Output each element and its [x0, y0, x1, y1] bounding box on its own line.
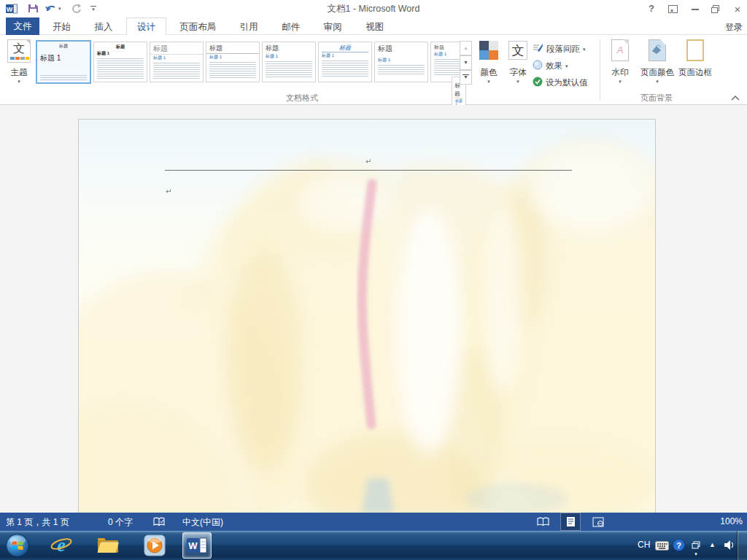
group-label-document-formatting: 文档格式	[258, 93, 346, 104]
body-paragraph-mark[interactable]: ↵	[166, 187, 171, 195]
gallery-scroll-up-icon[interactable]: ▴	[460, 41, 472, 55]
input-language-indicator[interactable]: CH	[638, 540, 650, 550]
style-set-thumbnail[interactable]: 标题 标题 1	[318, 42, 372, 82]
watermark-dropdown-icon: ▾	[604, 79, 636, 84]
group-separator	[600, 39, 600, 101]
themes-icon: 文	[7, 39, 31, 63]
themes-button[interactable]: 文 主题 ▾	[4, 38, 34, 99]
style-set-thumbnail[interactable]: 标题 标题 1	[150, 42, 204, 82]
print-layout-button[interactable]	[560, 513, 581, 531]
watermark-icon: A	[611, 39, 629, 61]
language-bar-dropdown-icon: ▾	[692, 552, 700, 556]
svg-text:W: W	[188, 540, 198, 551]
page-color-icon	[649, 39, 666, 61]
effects-button[interactable]: 效果▾	[533, 59, 568, 72]
language-bar-help-icon[interactable]: ?	[673, 539, 685, 554]
show-desktop-button[interactable]	[737, 531, 747, 560]
word-window: W ▾ ▾ 文档1 - Microsoft Word ? ▴	[0, 0, 747, 560]
restore-button[interactable]	[709, 3, 722, 16]
zoom-level-button[interactable]: 100%	[713, 516, 743, 526]
taskbar: e W CH	[0, 531, 747, 560]
style-set-thumbnail[interactable]: 标题 标题 1	[206, 42, 260, 82]
document-canvas-area: ↵ ↵	[0, 105, 747, 513]
collapse-ribbon-icon[interactable]	[729, 92, 741, 105]
read-mode-button[interactable]	[533, 513, 553, 531]
language-status[interactable]: 中文(中国)	[182, 516, 223, 529]
style-set-thumbnail-current[interactable]: 标题 标题 1	[36, 40, 91, 84]
media-player-icon[interactable]	[140, 532, 169, 559]
tab-view[interactable]: 视图	[355, 18, 394, 36]
header-border-line	[165, 170, 572, 171]
word-taskbar-button[interactable]: W	[182, 532, 212, 559]
header-paragraph-mark: ↵	[365, 158, 371, 166]
svg-text:?: ?	[676, 541, 681, 550]
colors-dropdown-icon: ▾	[474, 79, 503, 84]
gallery-scroll-down-icon[interactable]: ▾	[460, 55, 472, 70]
tab-file[interactable]: 文件	[6, 18, 39, 35]
tab-page-layout[interactable]: 页面布局	[169, 18, 226, 36]
effects-icon	[533, 60, 543, 71]
ribbon: 文 主题 ▾ 标题 标题 1 标题 标题 1 标题 标题 1 标题	[0, 35, 747, 105]
file-explorer-icon[interactable]	[93, 532, 123, 559]
tab-references[interactable]: 引用	[230, 18, 268, 36]
theme-colors-icon	[479, 41, 498, 60]
ribbon-tab-row: 文件 开始 插入 设计 页面布局 引用 邮件 审阅 视图 登录	[0, 18, 747, 35]
page-color-button[interactable]: 页面颜色 ▾	[639, 38, 676, 99]
paragraph-spacing-icon	[533, 43, 543, 55]
page-number-status[interactable]: 第 1 页，共 1 页	[6, 516, 69, 529]
document-page[interactable]: ↵ ↵	[78, 119, 656, 513]
set-as-default-button[interactable]: 设为默认值	[533, 76, 588, 89]
close-button[interactable]: ×	[731, 3, 744, 15]
window-title: 文档1 - Microsoft Word	[0, 3, 747, 15]
title-bar: W ▾ ▾ 文档1 - Microsoft Word ? ▴	[0, 0, 747, 18]
gallery-more-icon[interactable]: ▾	[460, 70, 472, 85]
status-bar: 第 1 页，共 1 页 0 个字 中文(中国) – + 100%	[0, 513, 747, 531]
style-set-thumbnail[interactable]: 标题 标题 1	[93, 42, 147, 82]
theme-fonts-button[interactable]: 文 字体 ▾	[503, 38, 533, 99]
language-bar-restore-icon[interactable]: ▾	[692, 539, 700, 556]
proofing-status-icon[interactable]	[153, 517, 165, 529]
themes-dropdown-icon: ▾	[4, 79, 34, 84]
theme-colors-button[interactable]: 颜色 ▾	[474, 38, 503, 99]
tab-insert[interactable]: 插入	[84, 18, 123, 36]
tab-design[interactable]: 设计	[126, 18, 166, 36]
volume-icon[interactable]	[724, 540, 735, 553]
tab-mailings[interactable]: 邮件	[271, 18, 310, 36]
web-layout-button[interactable]	[588, 513, 608, 531]
show-hidden-icons-button[interactable]: ▲	[709, 541, 716, 548]
page-borders-icon	[686, 39, 704, 61]
ribbon-display-options-icon[interactable]: ▴	[667, 3, 680, 15]
internet-explorer-icon[interactable]: e	[47, 532, 76, 559]
help-icon[interactable]: ?	[645, 3, 658, 14]
paragraph-spacing-button[interactable]: 段落间距▾	[533, 42, 586, 55]
start-button[interactable]	[3, 532, 32, 559]
group-label-page-background: 页面背景	[613, 93, 700, 104]
page-borders-button[interactable]: 页面边框	[677, 38, 713, 99]
tab-home[interactable]: 开始	[42, 18, 81, 36]
keyboard-layout-icon[interactable]	[655, 540, 669, 553]
set-default-check-icon	[533, 77, 543, 88]
word-count-status[interactable]: 0 个字	[108, 516, 133, 529]
sign-in-link[interactable]: 登录	[725, 21, 743, 34]
tab-review[interactable]: 审阅	[314, 18, 352, 36]
fonts-dropdown-icon: ▾	[503, 79, 533, 84]
svg-text:e: e	[57, 534, 66, 556]
minimize-button[interactable]	[689, 3, 702, 15]
style-set-thumbnail[interactable]: 标题 标题 1	[262, 42, 316, 82]
page-color-dropdown-icon: ▾	[639, 79, 676, 84]
style-set-gallery: 标题 标题 1 标题 标题 1 标题 标题 1 标题 标题 1 标题 标题 1 …	[35, 39, 460, 88]
watermark-button[interactable]: A 水印 ▾	[604, 38, 636, 99]
style-set-thumbnail[interactable]: 标题 标题 1	[374, 42, 428, 82]
tulip-background-image	[79, 120, 656, 513]
theme-fonts-icon: 文	[508, 41, 527, 60]
